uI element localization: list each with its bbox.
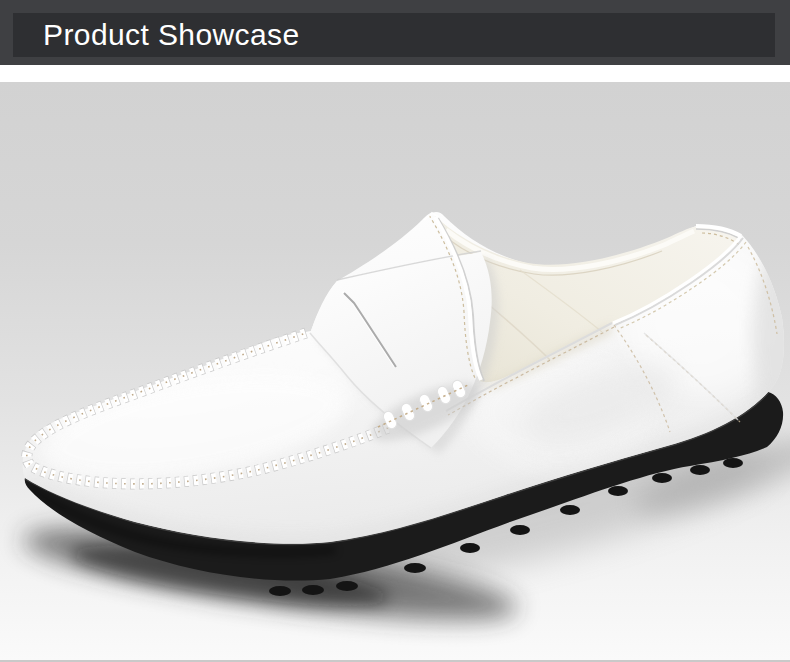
banner-title-bar: Product Showcase	[13, 13, 775, 57]
product-photo	[0, 82, 790, 662]
banner-divider	[0, 65, 790, 82]
page-title: Product Showcase	[13, 13, 775, 57]
shoe-illustration	[0, 82, 790, 660]
banner: Product Showcase	[0, 0, 790, 65]
